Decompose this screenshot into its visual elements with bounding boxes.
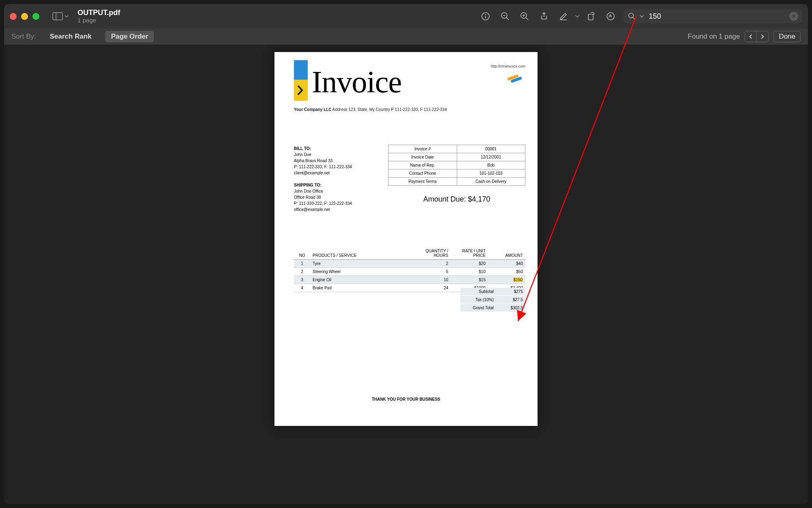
ship-to-block: SHIPPING TO: John Doe Office Office Road… [294, 182, 352, 213]
svg-line-6 [506, 17, 509, 20]
highlight-button[interactable] [601, 4, 620, 28]
document-title: OUTPUT.pdf [78, 9, 120, 17]
fullscreen-window-button[interactable] [32, 13, 39, 20]
clear-search-button[interactable]: ✕ [789, 12, 798, 21]
invoice-heading: Invoice [312, 64, 402, 100]
sort-page-order[interactable]: Page Order [105, 31, 154, 42]
zoom-out-button[interactable] [495, 4, 515, 28]
find-next-button[interactable] [756, 31, 768, 42]
amount-due: Amount Due: $4,170 [388, 195, 525, 204]
search-menu-chevron-icon [640, 14, 644, 18]
markup-button[interactable] [554, 4, 573, 28]
svg-rect-0 [53, 13, 63, 20]
brand-logo-icon [505, 72, 524, 85]
svg-line-9 [526, 17, 528, 20]
titlebar: OUTPUT.pdf 1 page ✕ [4, 4, 808, 28]
sidebar-toggle-button[interactable] [52, 12, 69, 20]
sort-by-label: Sort By: [11, 33, 36, 41]
thank-you-line: THANK YOU FOR YOUR BUSINESS [274, 397, 538, 402]
svg-point-15 [629, 13, 634, 18]
search-input[interactable] [648, 12, 785, 21]
found-count-label: Found on 1 page [688, 33, 740, 41]
table-row: 3Engine Oil10$15$150 [294, 276, 525, 284]
rotate-button[interactable] [581, 4, 601, 28]
table-row: 2Steering Wheel5$10$50 [294, 268, 525, 276]
svg-line-16 [633, 17, 635, 20]
svg-rect-13 [588, 14, 593, 20]
chevron-down-icon [65, 14, 69, 18]
search-box[interactable]: ✕ [624, 9, 802, 23]
logo-yellow-arrow [294, 80, 308, 101]
company-line: Your Company LLC Address 123, State, My … [294, 107, 447, 112]
document-viewport[interactable]: Invoice http://mrsinvoice.com Your Compa… [4, 45, 808, 504]
bill-to-block: BILL TO: John Doe Alpha Bravo Road 33 P:… [294, 145, 352, 176]
sort-search-rank[interactable]: Search Rank [44, 31, 97, 42]
line-items: NO PRODUCTS / SERVICE QUANTITY / HOURS R… [294, 247, 525, 292]
find-nav [745, 31, 769, 42]
totals-block: Subtotal$275 Tax (10%)$27.5 Grand Total$… [460, 288, 525, 312]
close-window-button[interactable] [10, 13, 17, 20]
file-info: OUTPUT.pdf 1 page [78, 9, 120, 24]
find-bar: Sort By: Search Rank Page Order Found on… [4, 28, 808, 45]
search-highlight: $150 [488, 276, 525, 284]
share-button[interactable] [534, 4, 554, 28]
svg-point-4 [486, 14, 486, 15]
search-icon [628, 12, 636, 20]
info-button[interactable] [476, 4, 495, 28]
find-done-button[interactable]: Done [773, 31, 801, 42]
find-prev-button[interactable] [745, 31, 756, 42]
table-row: 1Tyre2$20$40 [294, 260, 525, 268]
minimize-window-button[interactable] [21, 13, 28, 20]
invoice-url: http://mrsinvoice.com [491, 64, 525, 68]
markup-menu-button[interactable] [573, 14, 581, 19]
pdf-page: Invoice http://mrsinvoice.com Your Compa… [274, 52, 538, 426]
document-subtitle: 1 page [78, 17, 120, 24]
invoice-meta-table: Invoice #00001 Invoice Date12/12/2001 Na… [388, 145, 525, 186]
toolbar: ✕ [476, 4, 802, 28]
window-controls [10, 13, 39, 20]
zoom-in-button[interactable] [515, 4, 534, 28]
app-window: OUTPUT.pdf 1 page ✕ Sort By: Search Rank… [4, 4, 808, 504]
